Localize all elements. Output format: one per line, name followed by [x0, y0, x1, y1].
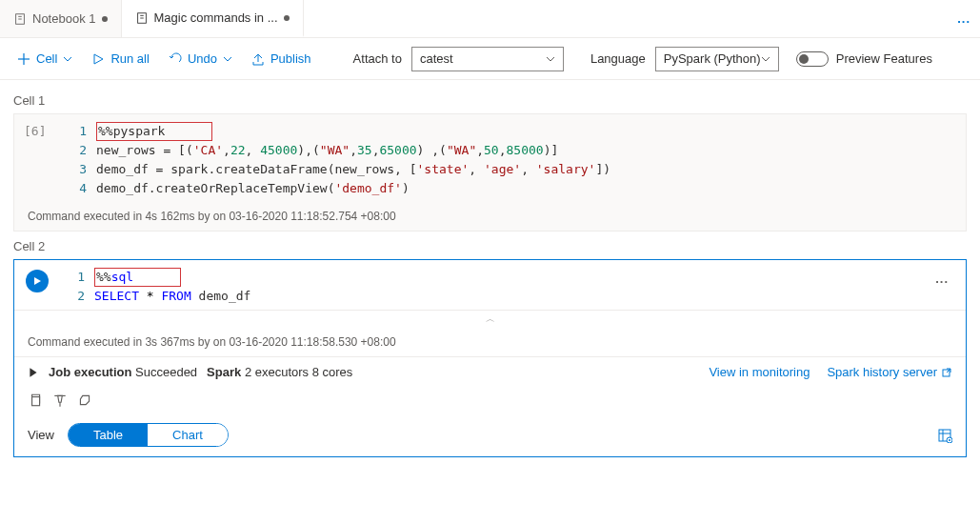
unsaved-dot-icon — [284, 15, 290, 21]
tab-magic-commands[interactable]: Magic commands in ... — [122, 0, 304, 37]
view-table-button[interactable]: Table — [69, 424, 148, 446]
chevron-down-icon — [761, 54, 770, 64]
magic-command-highlight: %%pyspark — [96, 122, 212, 141]
magic-command-highlight: %%sql — [94, 268, 181, 287]
undo-button[interactable]: Undo — [161, 48, 240, 70]
run-all-label: Run all — [110, 51, 149, 66]
code-editor[interactable]: %%sql SELECT * FROM demo_df — [94, 268, 928, 306]
tab-label: Magic commands in ... — [154, 10, 278, 25]
attach-to-value: catest — [420, 51, 453, 66]
cell-button[interactable]: Cell — [10, 48, 80, 70]
run-all-button[interactable]: Run all — [84, 48, 156, 70]
erase-icon[interactable] — [77, 393, 92, 408]
plus-icon — [17, 52, 30, 66]
tab-bar: Notebook 1 Magic commands in ... ... — [0, 0, 980, 38]
tabs-more-button[interactable]: ... — [948, 11, 980, 26]
line-gutter: 12 — [68, 268, 94, 306]
cell-more-button[interactable]: ... — [928, 268, 956, 290]
publish-button[interactable]: Publish — [244, 48, 319, 70]
run-cell-button[interactable] — [26, 270, 49, 292]
view-mode-pill: Table Chart — [68, 423, 229, 447]
cell-1-label: Cell 1 — [13, 93, 967, 108]
chevron-down-icon — [546, 54, 555, 64]
cell-2-label: Cell 2 — [13, 239, 967, 253]
svg-marker-19 — [58, 395, 63, 402]
code-editor[interactable]: %%pyspark new_rows = [('CA',22, 45000),(… — [96, 122, 610, 198]
job-execution-label: Job execution Succeeded — [49, 365, 197, 379]
cell-1: [6] 1234 %%pyspark new_rows = [('CA',22,… — [13, 113, 967, 232]
view-label: View — [28, 428, 54, 442]
attach-to-select[interactable]: catest — [411, 47, 564, 71]
notebook-content: Cell 1 [6] 1234 %%pyspark new_rows = [('… — [0, 80, 980, 457]
publish-label: Publish — [270, 51, 311, 66]
tab-label: Notebook 1 — [32, 11, 96, 26]
cell-2: 12 %%sql SELECT * FROM demo_df ... ︿ Com… — [13, 259, 967, 457]
collapse-toggle[interactable]: ︿ — [14, 310, 966, 328]
output-toolbar — [14, 387, 966, 413]
tab-notebook-1[interactable]: Notebook 1 — [0, 0, 122, 37]
expand-icon[interactable] — [28, 367, 39, 378]
notebook-icon — [13, 12, 27, 26]
play-icon — [91, 52, 105, 66]
publish-icon — [251, 52, 265, 66]
spark-detail: Spark 2 executors 8 cores — [207, 365, 352, 379]
unsaved-dot-icon — [102, 16, 108, 22]
play-icon — [32, 276, 42, 286]
undo-icon — [169, 52, 182, 66]
view-in-monitoring-link[interactable]: View in monitoring — [709, 365, 810, 379]
view-chart-button[interactable]: Chart — [148, 424, 228, 446]
chevron-down-icon — [63, 54, 72, 64]
view-row: View Table Chart — [14, 413, 966, 456]
preview-features-toggle[interactable]: Preview Features — [796, 51, 940, 67]
language-select[interactable]: PySpark (Python) — [655, 47, 779, 71]
pin-icon[interactable] — [52, 393, 68, 408]
cell-1-status: Command executed in 4s 162ms by on 03-16… — [14, 202, 966, 231]
svg-marker-14 — [30, 368, 36, 377]
job-execution-row: Job execution Succeeded Spark 2 executor… — [14, 356, 966, 387]
svg-point-26 — [949, 439, 950, 441]
preview-label: Preview Features — [836, 51, 932, 66]
external-link-icon — [941, 367, 952, 378]
cell-2-status: Command executed in 3s 367ms by on 03-16… — [14, 328, 966, 356]
table-settings-icon[interactable] — [937, 428, 952, 443]
spark-history-link[interactable]: Spark history server — [827, 365, 952, 379]
svg-marker-21 — [80, 395, 89, 404]
svg-rect-17 — [32, 397, 40, 406]
svg-marker-8 — [94, 54, 103, 64]
toggle-switch-icon — [796, 51, 829, 67]
cell-label: Cell — [36, 51, 57, 66]
copy-icon[interactable] — [28, 393, 43, 408]
exec-count: [6] — [24, 122, 70, 198]
toolbar: Cell Run all Undo Publish Attach to cate… — [0, 38, 980, 80]
line-gutter: 1234 — [70, 122, 96, 198]
attach-to-label: Attach to — [353, 51, 402, 66]
language-label: Language — [590, 51, 646, 66]
chevron-down-icon — [223, 54, 232, 64]
notebook-icon — [135, 11, 149, 25]
svg-marker-13 — [34, 277, 41, 285]
language-value: PySpark (Python) — [664, 51, 761, 66]
undo-label: Undo — [188, 51, 217, 66]
